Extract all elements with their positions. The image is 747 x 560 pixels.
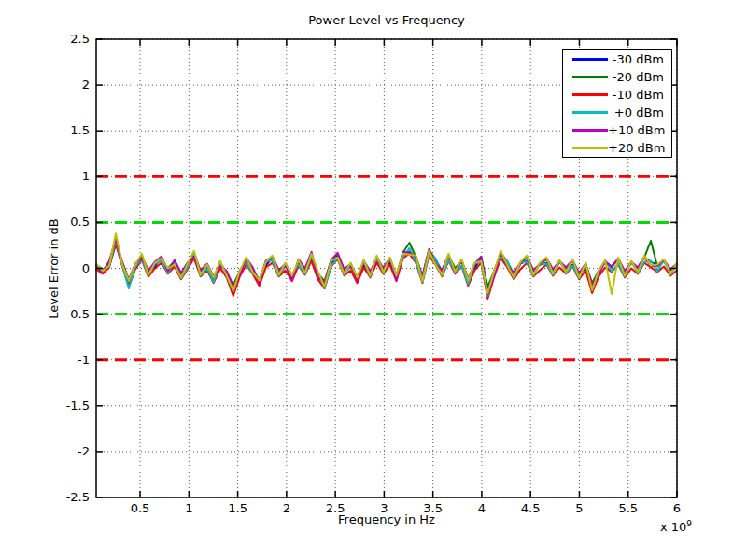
x-axis-exponent-prefix: x 10 [660, 520, 686, 534]
x-tick-label: 5 [558, 501, 599, 516]
x-tick-label: 2 [266, 501, 307, 516]
legend-label: +0 dBm [608, 105, 664, 119]
x-tick-label: 5.5 [608, 501, 649, 516]
legend-line-swatch [572, 58, 608, 61]
chart-title: Power Level vs Frequency [96, 13, 677, 27]
x-tick-label: 2.5 [315, 501, 356, 516]
y-tick-label: 2.5 [52, 32, 90, 47]
y-tick-label: -1.5 [52, 399, 90, 413]
y-tick-label: 1 [52, 169, 90, 184]
x-tick-label: 1.5 [218, 501, 259, 516]
y-tick-label: 1.5 [52, 123, 90, 138]
x-axis-exponent: x 109 [660, 519, 692, 534]
matlab-figure: Power Level vs Frequency Level Error in … [0, 0, 747, 560]
legend-entry: +0 dBm [563, 105, 671, 119]
legend-entry: +10 dBm [563, 123, 671, 137]
legend-entry: +20 dBm [563, 141, 671, 155]
y-tick-label: 0.5 [52, 215, 90, 230]
y-tick-label: -2 [52, 444, 90, 459]
legend-label: +10 dBm [608, 123, 665, 137]
legend-entry: -20 dBm [563, 70, 671, 84]
x-tick-label: 4 [461, 501, 502, 516]
legend-line-swatch [572, 147, 608, 149]
y-tick-label: -1 [52, 353, 90, 368]
legend-box: -30 dBm -20 dBm -10 dBm +0 dBm +10 dBm +… [562, 49, 672, 158]
legend-line-swatch [572, 76, 608, 78]
x-tick-label: 1 [168, 501, 209, 516]
y-tick-label: -0.5 [52, 307, 90, 322]
x-tick-label: 4.5 [510, 501, 551, 516]
legend-label: -30 dBm [608, 52, 664, 66]
y-tick-label: -2.5 [52, 490, 90, 505]
legend-label: +20 dBm [608, 141, 665, 155]
legend-line-swatch [572, 111, 608, 114]
y-tick-label: 2 [52, 77, 90, 92]
legend-line-swatch [572, 129, 608, 132]
x-tick-label: 6 [656, 501, 698, 516]
y-tick-label: 0 [52, 261, 90, 276]
x-tick-label: 3.5 [413, 501, 454, 516]
x-tick-label: 3 [363, 501, 404, 516]
x-tick-label: 0.5 [120, 501, 161, 516]
legend-entry: -10 dBm [563, 88, 671, 102]
legend-line-swatch [572, 93, 608, 96]
x-axis-exponent-value: 9 [686, 519, 692, 528]
legend-label: -20 dBm [608, 70, 664, 84]
legend-label: -10 dBm [608, 88, 664, 102]
legend-entry: -30 dBm [563, 52, 671, 66]
